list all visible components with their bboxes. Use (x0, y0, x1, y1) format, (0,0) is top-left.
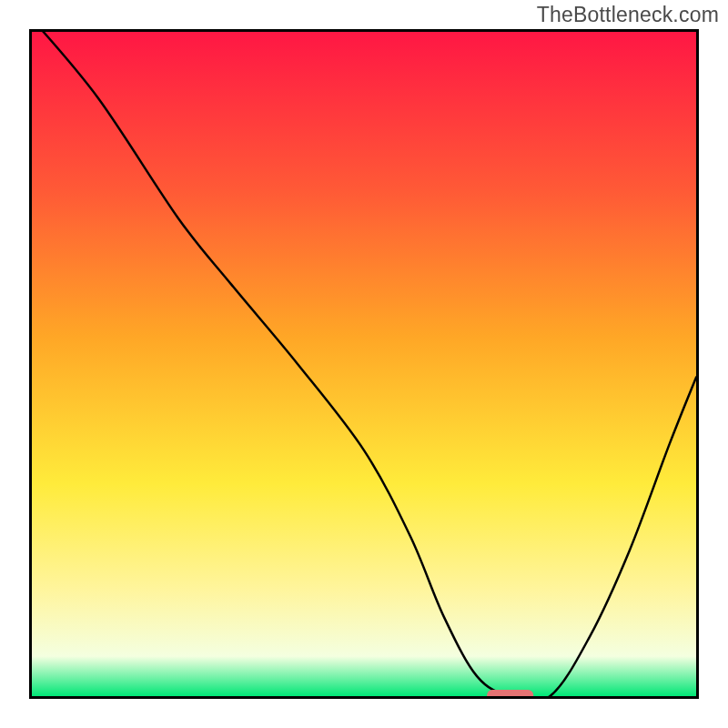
optimal-zone-marker (487, 690, 533, 696)
bottleneck-curve-line (32, 32, 696, 696)
watermark-text: TheBottleneck.com (537, 3, 719, 27)
chart-overlay (32, 32, 696, 696)
chart-plot-area (29, 29, 699, 699)
